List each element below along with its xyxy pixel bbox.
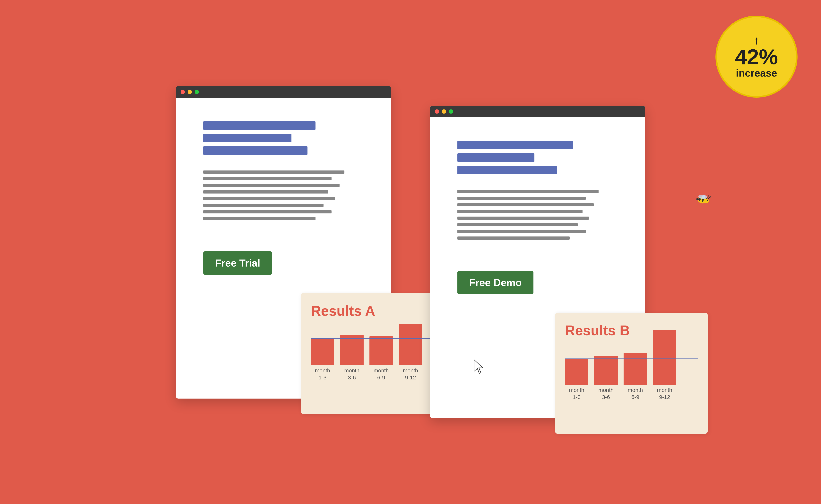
- text-line-r6: [457, 223, 577, 226]
- bar-a-4: [399, 324, 422, 365]
- text-line-2: [203, 177, 332, 180]
- svg-point-10: [708, 195, 709, 197]
- free-demo-button[interactable]: Free Demo: [457, 271, 533, 294]
- results-a-title: Results A: [311, 303, 444, 319]
- text-line-8: [203, 217, 316, 220]
- text-line-4: [203, 190, 328, 194]
- bar-label-a-1: month1-3: [315, 367, 330, 381]
- browser-window-right: Free Demo Results B month1-3: [430, 106, 645, 418]
- text-lines-right: [457, 190, 618, 240]
- bar-group-a-3: month6-9: [369, 336, 393, 381]
- bar-label-a-3: month6-9: [374, 367, 389, 381]
- text-line-3: [203, 184, 340, 187]
- text-line-5: [203, 197, 335, 200]
- free-trial-button[interactable]: Free Trial: [203, 251, 272, 275]
- text-lines-left: [203, 170, 364, 220]
- results-b-title: Results B: [565, 322, 698, 338]
- main-container: Free Trial Results A month1-3 month3-6: [0, 0, 821, 504]
- bar-group-a-1: month1-3: [311, 338, 334, 381]
- bar-b-1: [565, 359, 588, 385]
- badge-increase-text: increase: [736, 68, 777, 79]
- text-line-r1: [457, 190, 598, 193]
- mouse-cursor: [473, 359, 485, 375]
- bar-group-b-3: month6-9: [624, 353, 647, 401]
- browser-window-left: Free Trial Results A month1-3 month3-6: [176, 86, 391, 399]
- bar-label-b-2: month3-6: [598, 387, 613, 401]
- bar-label-b-4: month9-12: [657, 387, 672, 401]
- bar-group-a-4: month9-12: [399, 324, 422, 381]
- chart-baseline-a: [311, 338, 444, 339]
- heading-bar-r2: [457, 153, 534, 162]
- bar-group-b-4: month9-12: [653, 330, 676, 401]
- bar-label-a-4: month9-12: [403, 367, 418, 381]
- heading-bar-r3: [457, 166, 557, 174]
- tl-red-left: [180, 90, 185, 94]
- bar-b-2: [594, 356, 618, 385]
- heading-bar-2: [203, 134, 292, 142]
- bar-label-a-2: month3-6: [344, 367, 360, 381]
- bars-container-a: month1-3 month3-6 month6-9 month9-12: [311, 333, 444, 381]
- heading-bars-left: [203, 121, 364, 155]
- heading-bar-r1: [457, 141, 573, 149]
- heading-bar-3: [203, 146, 308, 155]
- bar-a-3: [369, 336, 393, 365]
- heading-bars-right: [457, 141, 618, 174]
- text-line-1: [203, 170, 344, 174]
- results-b-card: Results B month1-3 month3-6 month6-9: [555, 313, 708, 434]
- bars-container-b: month1-3 month3-6 month6-9 month9-12: [565, 352, 698, 401]
- heading-bar-1: [203, 121, 316, 130]
- badge-percent-value: 42%: [735, 46, 778, 68]
- titlebar-right: [430, 106, 645, 117]
- bar-a-1: [311, 338, 334, 365]
- bar-b-4: [653, 330, 676, 385]
- increase-badge: ↑ 42% increase: [716, 16, 798, 98]
- tl-red-right: [435, 109, 439, 114]
- text-line-r2: [457, 197, 586, 200]
- text-line-6: [203, 204, 324, 207]
- tl-green-right: [449, 109, 453, 114]
- text-line-r3: [457, 203, 594, 206]
- bar-group-b-2: month3-6: [594, 356, 618, 401]
- tl-yellow-left: [188, 90, 192, 94]
- results-b-chart: month1-3 month3-6 month6-9 month9-12: [565, 346, 698, 413]
- results-a-chart: month1-3 month3-6 month6-9 month9-12: [311, 327, 444, 393]
- bar-label-b-3: month6-9: [628, 387, 643, 401]
- tl-yellow-right: [442, 109, 446, 114]
- chart-baseline-b: [565, 358, 698, 359]
- text-line-7: [203, 210, 332, 213]
- text-line-r8: [457, 236, 569, 240]
- bar-group-a-2: month3-6: [340, 335, 364, 381]
- text-line-r5: [457, 217, 589, 220]
- bar-label-b-1: month1-3: [569, 387, 584, 401]
- badge-arrow-icon: ↑: [754, 34, 759, 46]
- bee-icon: [690, 189, 714, 213]
- titlebar-left: [176, 86, 391, 98]
- tl-green-left: [195, 90, 199, 94]
- text-line-r4: [457, 210, 582, 213]
- bar-a-2: [340, 335, 364, 365]
- bar-group-b-1: month1-3: [565, 359, 588, 401]
- svg-marker-0: [474, 360, 483, 373]
- text-line-r7: [457, 230, 586, 233]
